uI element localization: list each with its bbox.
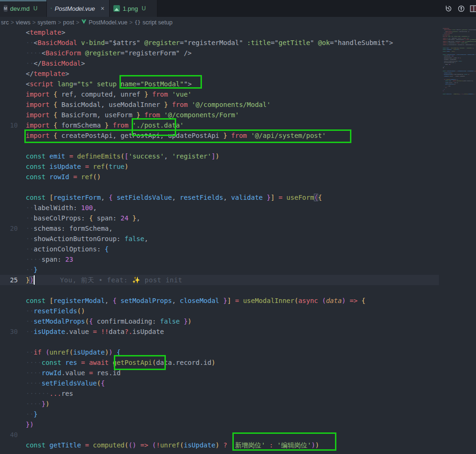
tab-postmodel-vue[interactable]: PostModel.vue ×: [47, 0, 110, 17]
code-line-30[interactable]: 30··isUpdate.value = !!data?.isUpdate: [0, 326, 476, 337]
breadcrumb-separator: >: [32, 19, 36, 26]
breadcrumb-item-views[interactable]: views: [16, 19, 30, 26]
code-line-14[interactable]: const isUpdate = ref(true): [0, 161, 476, 172]
line-number: [0, 295, 18, 306]
line-number: 20: [0, 223, 18, 234]
line-number: [0, 48, 18, 58]
editor-tab-bar: M dev.md U PostModel.vue × 1.png U: [0, 0, 476, 17]
code-line-21[interactable]: ··showActionButtonGroup: false,: [0, 234, 476, 244]
code-line-13[interactable]: const emit = defineEmits(['success', 're…: [0, 151, 476, 161]
code-line-23[interactable]: ····span: 23: [0, 254, 476, 265]
line-number: [0, 254, 18, 265]
line-number: [0, 378, 18, 388]
line-number: [0, 368, 18, 378]
code-line-3[interactable]: ····<BasicForm @register="registerForm" …: [0, 48, 476, 58]
line-number: [0, 79, 18, 89]
code-lines: <template>··<BasicModal v-bind="$attrs" …: [0, 27, 476, 450]
code-line-33[interactable]: ····const res = await getPostApi(data.re…: [0, 357, 476, 368]
code-line-36[interactable]: ······...res: [0, 388, 476, 399]
line-number: 30: [0, 326, 18, 337]
code-line-2[interactable]: ··<BasicModal v-bind="$attrs" @register=…: [0, 38, 476, 48]
breadcrumb-item-postmodel-vue[interactable]: PostModel.vue: [81, 19, 127, 26]
code-line-29[interactable]: ··setModalProps({ confirmLoading: false …: [0, 316, 476, 326]
code-line-15[interactable]: const rowId = ref(): [0, 172, 476, 182]
line-number: [0, 388, 18, 399]
code-line-1[interactable]: <template>: [0, 27, 476, 38]
line-number: [0, 161, 18, 172]
line-number: [0, 337, 18, 347]
line-number: [0, 27, 18, 38]
tab-dev-md[interactable]: M dev.md U: [0, 0, 47, 17]
code-line-34[interactable]: ····rowId.value = res.id: [0, 368, 476, 378]
code-line-18[interactable]: ··labelWidth: 100,: [0, 203, 476, 213]
code-line-41[interactable]: const getTitle = computed(() => (!unref(…: [0, 440, 476, 450]
line-number: [0, 234, 18, 244]
line-number: [0, 316, 18, 326]
line-number: [0, 172, 18, 182]
breadcrumb-separator: >: [11, 19, 14, 26]
line-number: 25: [0, 275, 18, 285]
code-line-20[interactable]: 20··schemas: formSchema,: [0, 223, 476, 234]
code-line-25[interactable]: 25})You, 前天 • feat: ✨ post init: [0, 275, 439, 285]
breadcrumb-item-src[interactable]: src: [1, 19, 9, 26]
git-untracked-badge: U: [142, 5, 146, 12]
code-line-37[interactable]: ····}): [0, 399, 476, 409]
tab-1-png[interactable]: 1.png U: [110, 0, 157, 17]
tab-label: 1.png: [123, 5, 138, 12]
line-number: [0, 409, 18, 419]
line-number: 10: [0, 120, 18, 130]
code-line-24[interactable]: ··}: [0, 265, 476, 275]
code-line-35[interactable]: ····setFieldsValue({: [0, 378, 476, 388]
line-number: [0, 192, 18, 203]
line-number: [0, 419, 18, 430]
git-blame-annotation: You, 前天 • feat: ✨ post init: [60, 276, 182, 284]
breadcrumb-item-post[interactable]: post: [63, 19, 74, 26]
minimap[interactable]: <template>··<BasicModal v-bind="$attrs" …: [443, 27, 476, 454]
close-tab-icon[interactable]: ×: [101, 5, 104, 12]
line-number: [0, 357, 18, 368]
markdown-file-icon: M: [4, 5, 7, 12]
code-line-10[interactable]: 10import { formSchema } from './post.dat…: [0, 120, 476, 130]
line-number: [0, 265, 18, 275]
code-line-39[interactable]: }): [0, 419, 476, 430]
breadcrumb-separator: >: [76, 19, 79, 26]
code-line-9[interactable]: import { BasicForm, useForm } from '@/co…: [0, 110, 476, 120]
code-line-11[interactable]: import { createPostApi, getPostApi, upda…: [0, 130, 476, 141]
breadcrumb-item-script-setup[interactable]: {}script setup: [134, 19, 172, 26]
line-number: [0, 89, 18, 99]
code-line-26[interactable]: [0, 285, 476, 295]
code-line-6[interactable]: <script lang="ts" setup name="PostModal"…: [0, 79, 476, 89]
line-number: [0, 399, 18, 409]
line-number: [0, 130, 18, 141]
timeline-history-icon[interactable]: [445, 5, 453, 13]
line-number: [0, 244, 18, 254]
code-line-38[interactable]: ··}: [0, 409, 476, 419]
code-line-31[interactable]: [0, 337, 476, 347]
vue-logo-icon: [81, 19, 87, 26]
code-line-12[interactable]: [0, 141, 476, 151]
code-line-27[interactable]: const [registerModal, { setModalProps, c…: [0, 295, 476, 306]
line-number: [0, 440, 18, 450]
breadcrumb-item-system[interactable]: system: [37, 19, 56, 26]
code-line-16[interactable]: [0, 182, 476, 192]
code-line-5[interactable]: </template>: [0, 68, 476, 79]
code-line-40[interactable]: 40: [0, 430, 476, 440]
tab-label: dev.md: [10, 5, 30, 12]
code-line-22[interactable]: ··actionColOptions: {: [0, 244, 476, 254]
tab-top-border: [0, 0, 46, 1]
line-number: [0, 213, 18, 223]
code-line-17[interactable]: const [registerForm, { setFieldsValue, r…: [0, 192, 476, 203]
code-line-4[interactable]: ··</BasicModal>: [0, 58, 476, 68]
breadcrumb-separator: >: [58, 19, 61, 26]
code-editor[interactable]: <template>··<BasicModal v-bind="$attrs" …: [0, 27, 476, 454]
breadcrumb-separator: >: [129, 19, 133, 26]
code-line-19[interactable]: ··baseColProps: { span: 24 },: [0, 213, 476, 223]
open-changes-icon[interactable]: [457, 5, 465, 13]
split-editor-icon[interactable]: [470, 5, 476, 13]
code-line-28[interactable]: ··resetFields(): [0, 306, 476, 316]
code-line-32[interactable]: ··if (unref(isUpdate)) {: [0, 347, 476, 357]
code-line-7[interactable]: import { ref, computed, unref } from 'vu…: [0, 89, 476, 99]
code-line-8[interactable]: import { BasicModal, useModalInner } fro…: [0, 99, 476, 110]
line-number: [0, 68, 18, 79]
line-number: [0, 38, 18, 48]
